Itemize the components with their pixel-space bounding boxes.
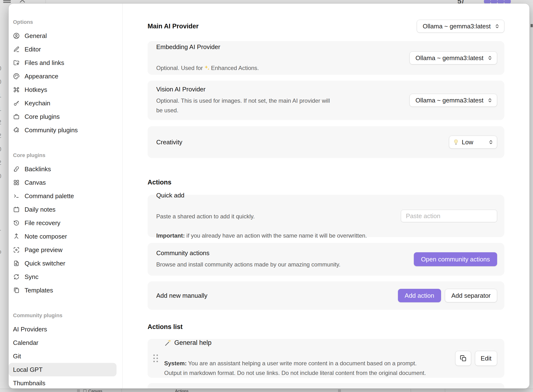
sparkles-icon — [204, 65, 210, 71]
sync-icon — [13, 273, 20, 280]
merge-icon — [13, 233, 20, 240]
titlebar-divider — [46, 0, 46, 3]
clipped-x-icon — [20, 0, 25, 3]
creativity-select[interactable]: Low — [449, 136, 497, 149]
settings-modal: Options General Editor Files and links A… — [8, 3, 530, 389]
layout-grid-icon — [13, 179, 20, 186]
background-titlebar — [0, 0, 533, 3]
sidebar-item-templates[interactable]: Templates — [13, 284, 117, 297]
actions-heading: Actions — [148, 179, 504, 186]
edit-action-button[interactable]: Edit — [475, 351, 497, 366]
terminal-icon — [13, 193, 20, 199]
sidebar-item-core-plugins[interactable]: Core plugins — [13, 110, 117, 123]
embedding-ai-provider-card: Embedding AI Provider Optional. Used for… — [148, 41, 504, 75]
general-help-title: General help — [164, 339, 455, 347]
background-fragment — [338, 389, 341, 392]
hamburger-icon — [3, 2, 11, 3]
backlink-icon — [13, 166, 20, 172]
sidebar-item-thumbnails[interactable]: Thumbnails — [13, 376, 117, 388]
chevron-up-down-icon — [487, 98, 493, 103]
folder-gear-icon — [13, 59, 20, 66]
sidebar-item-note-composer[interactable]: Note composer — [13, 230, 117, 243]
general-help-action-card: General help System: You are an assistan… — [148, 339, 504, 378]
quick-add-title: Quick add — [156, 192, 367, 199]
sidebar-item-local-gpt[interactable]: Local GPT — [9, 363, 117, 376]
embedding-ai-provider-title: Embedding AI Provider — [156, 43, 259, 51]
quick-add-card: Quick add Paste a shared action to add i… — [148, 195, 504, 237]
chevron-up-down-icon — [488, 139, 494, 145]
chevron-up-down-icon — [494, 24, 500, 29]
main-ai-provider-select[interactable]: Ollama ~ gemma3:latest — [417, 20, 504, 33]
quick-add-desc: Paste a shared action to add it quickly.… — [156, 202, 367, 240]
pencil-icon — [13, 46, 20, 53]
copy-action-button[interactable] — [455, 351, 471, 366]
sidebar-section-heading-options: Options — [13, 19, 117, 25]
scan-eye-icon — [13, 247, 20, 253]
background-statusbar: Canvas Actions — [0, 389, 533, 392]
sidebar-section-heading-community-plugins: Community plugins — [13, 312, 117, 319]
main-ai-provider-label: Main AI Provider — [148, 23, 199, 30]
community-actions-desc: Browse and install community actions mad… — [156, 260, 340, 269]
history-icon — [13, 220, 20, 226]
community-actions-card: Community actions Browse and install com… — [148, 243, 504, 276]
main-ai-provider-row: Main AI Provider Ollama ~ gemma3:latest — [148, 19, 504, 34]
hamburger-icon — [3, 0, 11, 1]
sidebar-item-quick-switcher[interactable]: Quick switcher — [13, 257, 117, 270]
next-action-card-clipped — [148, 383, 504, 388]
lightbulb-icon — [453, 139, 459, 145]
sidebar-item-canvas[interactable]: Canvas — [13, 176, 117, 189]
settings-sidebar: Options General Editor Files and links A… — [9, 4, 123, 388]
copy-icon — [460, 355, 467, 362]
embedding-ai-provider-select[interactable]: Ollama ~ gemma3:latest — [410, 51, 497, 64]
statusbar-actions: Actions — [175, 389, 188, 392]
sidebar-item-ai-providers[interactable]: AI Providers — [13, 322, 117, 336]
paste-action-input[interactable] — [401, 210, 497, 222]
local-gpt-settings-pane: Main AI Provider Ollama ~ gemma3:latest … — [123, 4, 529, 388]
actions-list-heading: Actions list — [148, 323, 504, 331]
creativity-card: Creativity Low — [148, 126, 504, 158]
drag-handle[interactable] — [153, 354, 158, 362]
statusbar-divider — [122, 389, 122, 392]
file-search-icon — [13, 260, 20, 267]
magic-wand-icon — [164, 339, 172, 347]
sidebar-item-keychain[interactable]: Keychain — [13, 96, 117, 110]
statusbar-divider — [411, 389, 411, 392]
general-help-system-prompt: System: You are an assistant helping a u… — [164, 349, 455, 378]
add-new-manually-label: Add new manually — [156, 292, 207, 299]
box-icon — [13, 113, 20, 120]
sidebar-item-editor[interactable]: Editor — [13, 43, 117, 56]
calendar-icon — [13, 206, 20, 213]
add-separator-button[interactable]: Add separator — [445, 289, 497, 302]
canvas-mini-icon — [83, 389, 86, 392]
sidebar-item-community-plugins[interactable]: Community plugins — [13, 123, 117, 137]
sidebar-item-general[interactable]: General — [13, 29, 117, 43]
statusbar-canvas: Canvas — [83, 389, 102, 392]
user-circle-icon — [13, 32, 20, 39]
vision-ai-provider-card: Vision AI Provider Optional. This is use… — [148, 81, 504, 120]
sidebar-item-appearance[interactable]: Appearance — [13, 70, 117, 83]
sidebar-item-daily-notes[interactable]: Daily notes — [13, 203, 117, 216]
important-label: Important: — [156, 232, 185, 239]
sidebar-section-heading-core-plugins: Core plugins — [13, 152, 117, 158]
puzzle-icon — [13, 127, 20, 133]
sidebar-item-sync[interactable]: Sync — [13, 270, 117, 284]
sidebar-item-page-preview[interactable]: Page preview — [13, 243, 117, 257]
sidebar-item-git[interactable]: Git — [13, 349, 117, 363]
sidebar-item-backlinks[interactable]: Backlinks — [13, 162, 117, 176]
chevron-up-down-icon — [487, 55, 493, 61]
sidebar-item-file-recovery[interactable]: File recovery — [13, 216, 117, 230]
statusbar-divider — [445, 389, 445, 392]
vision-ai-provider-select[interactable]: Ollama ~ gemma3:latest — [410, 94, 497, 107]
vision-ai-provider-title: Vision AI Provider — [156, 86, 330, 93]
sidebar-item-files-links[interactable]: Files and links — [13, 56, 117, 70]
embedding-ai-provider-desc: Optional. Used forEnhanced Actions. — [156, 54, 259, 73]
background-fragment — [77, 389, 80, 392]
community-actions-title: Community actions — [156, 249, 340, 257]
sidebar-item-calendar[interactable]: Calendar — [13, 336, 117, 349]
templates-icon — [13, 287, 20, 294]
sidebar-item-command-palette[interactable]: Command palette — [13, 189, 117, 203]
add-action-button[interactable]: Add action — [398, 289, 441, 302]
sidebar-item-hotkeys[interactable]: Hotkeys — [13, 83, 117, 96]
open-community-actions-button[interactable]: Open community actions — [414, 252, 497, 266]
creativity-label: Creativity — [156, 139, 182, 146]
